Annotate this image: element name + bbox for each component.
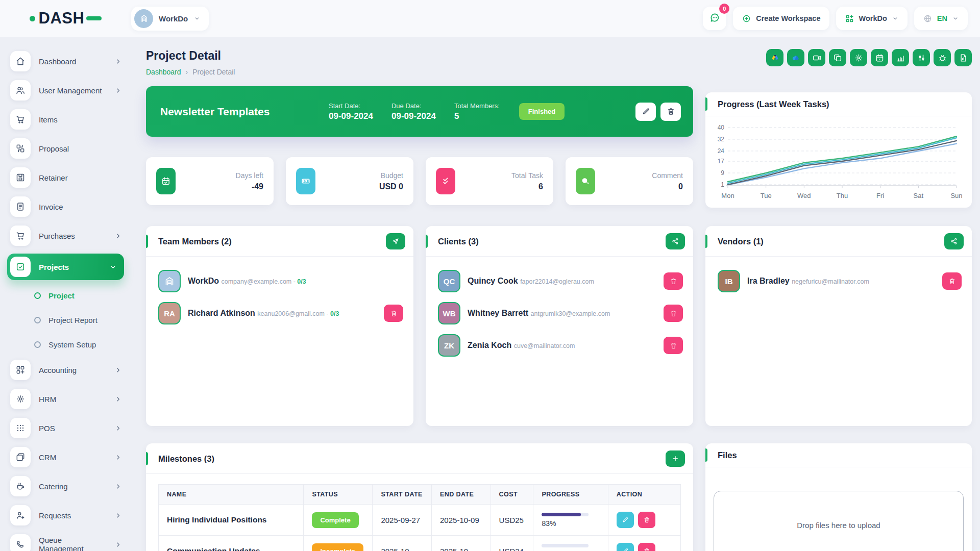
sidebar-item-catering[interactable]: Catering: [10, 475, 122, 497]
member-email: negefuricu@mailinator.com: [792, 278, 869, 285]
toolbar-gear-button[interactable]: [850, 49, 867, 66]
milestone-status-badge: Incomplete: [312, 543, 363, 551]
stat-card-total-task: Total Task 6: [426, 157, 553, 205]
send-icon: [391, 237, 400, 245]
task-ratio: 0/3: [330, 310, 339, 317]
delete-project-button[interactable]: [660, 103, 681, 121]
sidebar-subitem-project-report[interactable]: Project Report: [0, 310, 122, 330]
milestone-row: Hiring Individual Positions Complete 202…: [159, 505, 681, 536]
trash-icon: [670, 278, 677, 285]
chevron-right-icon: [114, 483, 122, 490]
sidebar-item-queue-management[interactable]: Queue Management: [10, 533, 122, 551]
svg-text:Fri: Fri: [876, 192, 884, 199]
chat-bubbles-icon: [576, 168, 595, 194]
toolbar-video-camera-button[interactable]: [808, 49, 825, 66]
member-email: keanu2006@gmail.com - 0/3: [257, 310, 339, 317]
share-vendors-button[interactable]: [944, 233, 964, 249]
gear-icon: [854, 53, 864, 63]
column-header-name: NAME: [159, 485, 304, 505]
sidebar-subitem-project[interactable]: Project: [0, 285, 122, 306]
stat-card-comment: Comment 0: [566, 157, 693, 205]
language-selector[interactable]: EN: [914, 7, 968, 30]
globe-icon: [923, 14, 933, 23]
milestone-end-date: 2025-10-: [432, 536, 491, 551]
remove-whitney-barrett-button[interactable]: [664, 305, 683, 322]
create-workspace-button[interactable]: Create Workspace: [733, 7, 829, 30]
milestones-table: NAMESTATUSSTART DATEEND DATECOSTPROGRESS…: [158, 484, 681, 551]
calendar-check-icon: [156, 168, 176, 194]
home-icon: [10, 51, 31, 71]
toolbar-copy-button[interactable]: [829, 49, 846, 66]
stat-value: -49: [252, 182, 263, 191]
messages-button[interactable]: 0: [703, 7, 726, 30]
remove-richard-atkinson-button[interactable]: [384, 305, 403, 322]
workspace-switcher[interactable]: WorkDo: [131, 7, 209, 31]
trash-icon: [390, 310, 398, 317]
sidebar-item-crm[interactable]: CRM: [10, 446, 122, 468]
workspace-name: WorkDo: [159, 14, 188, 23]
sidebar-item-accounting[interactable]: Accounting: [10, 359, 122, 381]
edit-milestone-button[interactable]: [617, 543, 634, 551]
sidebar-item-invoice[interactable]: Invoice: [10, 195, 122, 218]
sidebar-item-purchases[interactable]: Purchases: [10, 224, 122, 247]
edit-project-button[interactable]: [635, 103, 656, 121]
sidebar-item-label: Queue Management: [39, 536, 106, 551]
sidebar-item-label: Dashboard: [39, 57, 106, 66]
sidebar-subitem-label: System Setup: [48, 340, 96, 349]
column-header-status: STATUS: [304, 485, 373, 505]
sidebar-item-retainer[interactable]: Retainer: [10, 166, 122, 189]
edit-milestone-button[interactable]: [617, 512, 634, 528]
app-root: DASH WorkDo 0 Create Workspace WorkDo: [0, 0, 980, 551]
sidebar-subitem-label: Project: [48, 291, 75, 300]
member-name: Richard Atkinson: [188, 309, 255, 317]
sidebar-item-dashboard[interactable]: Dashboard: [10, 50, 122, 72]
chevron-right-icon: [114, 366, 122, 374]
page-title: Project Detail: [146, 49, 235, 63]
share-clients-button[interactable]: [666, 233, 685, 249]
list-item: ZK Zenia Koch cuve@mailinator.com: [438, 334, 683, 357]
google-drive-icon: [770, 53, 780, 63]
remove-quincy-cook-button[interactable]: [664, 272, 683, 290]
stat-value: USD 0: [379, 182, 403, 191]
sidebar-item-projects[interactable]: Projects: [7, 254, 124, 280]
sidebar-item-hrm[interactable]: HRM: [10, 388, 122, 410]
sidebar-subitem-system-setup[interactable]: System Setup: [0, 334, 122, 355]
trash-icon: [948, 278, 956, 285]
add-milestone-button[interactable]: [666, 450, 685, 467]
sidebar-item-user-management[interactable]: User Management: [10, 79, 122, 102]
video-camera-icon: [812, 53, 822, 63]
column-header-start-date: START DATE: [373, 485, 432, 505]
file-dropzone[interactable]: Drop files here to upload: [714, 491, 964, 551]
toolbar-bar-chart-button[interactable]: [892, 49, 909, 66]
toolbar-google-drive-button[interactable]: [766, 49, 783, 66]
milestones-card: Milestones (3) NAMESTATUSSTART DATEEND D…: [146, 443, 693, 551]
member-email: antgrumik30@example.com: [531, 310, 610, 317]
svg-text:Thu: Thu: [837, 192, 848, 199]
remove-ira-bradley-button[interactable]: [942, 272, 962, 290]
list-item: IB Ira Bradley negefuricu@mailinator.com: [718, 270, 962, 292]
onedrive-icon: [791, 53, 801, 63]
breadcrumb-home-link[interactable]: Dashboard: [146, 68, 181, 76]
logo-dash-icon: [86, 16, 102, 20]
stat-card-budget: Budget USD 0: [286, 157, 413, 205]
sidebar-item-requests[interactable]: Requests: [10, 504, 122, 527]
delete-milestone-button[interactable]: [638, 512, 655, 528]
toolbar-onedrive-button[interactable]: [787, 49, 804, 66]
workdo-menu-button[interactable]: WorkDo: [836, 7, 908, 30]
milestone-start-date: 2025-09-27: [373, 505, 432, 536]
milestone-cost: USD24: [491, 536, 533, 551]
toolbar-bug-button[interactable]: [934, 49, 951, 66]
topbar: DASH WorkDo 0 Create Workspace WorkDo: [0, 0, 980, 37]
remove-zenia-koch-button[interactable]: [664, 337, 683, 354]
sidebar-item-items[interactable]: Items: [10, 108, 122, 131]
catering-icon: [10, 476, 31, 496]
invite-member-button[interactable]: [386, 233, 405, 249]
toolbar-sliders-button[interactable]: [913, 49, 930, 66]
sidebar-item-pos[interactable]: POS: [10, 417, 122, 439]
sidebar-item-label: Catering: [39, 482, 106, 491]
app-logo: DASH: [0, 9, 131, 28]
toolbar-report-file-button[interactable]: [954, 49, 972, 66]
sidebar-item-proposal[interactable]: Proposal: [10, 137, 122, 160]
toolbar-calendar-button[interactable]: [871, 49, 888, 66]
delete-milestone-button[interactable]: [638, 543, 655, 551]
